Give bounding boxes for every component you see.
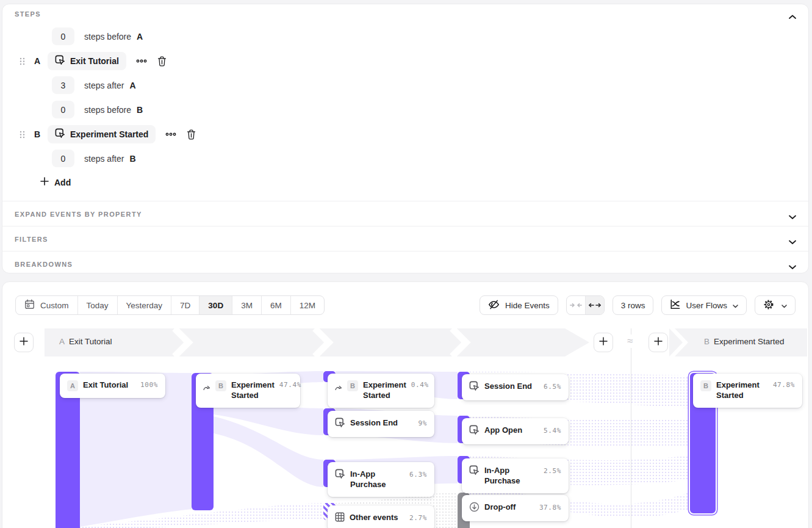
add-column-right-button[interactable] [649,333,668,352]
grid-icon [335,512,345,524]
plus-icon [40,177,49,187]
node-label: Session End [484,381,532,392]
steps-section-title: STEPS [15,10,41,18]
breakdowns-section[interactable]: BREAKDOWNS [2,251,808,274]
flow-node-app-open[interactable]: App Open 5.4% [462,418,569,444]
step-a-event-button[interactable]: Exit Tutorial [48,52,126,70]
flow-node-drop-off[interactable]: Drop-off 37.8% [462,495,569,521]
step-b-row: B Experiment Started [20,125,196,143]
node-label: Experiment Started [716,380,764,401]
step-a-more-options-icon[interactable] [136,59,147,63]
column-event-name: Experiment Started [714,337,785,346]
user-flows-page: STEPS 0 steps before A A Exit Tutorial 3… [0,0,812,528]
steps-before-b-row: 0 steps before B [52,101,143,118]
add-step-button[interactable]: Add [40,177,71,187]
add-column-left-button[interactable] [14,333,34,352]
steps-before-a-input[interactable]: 0 [52,27,74,45]
step-b-delete-icon[interactable] [187,129,196,140]
node-percent: 37.8% [539,502,561,512]
drag-handle-icon[interactable] [20,131,25,139]
steps-before-b-input[interactable]: 0 [52,101,74,118]
step-a-letter: A [34,56,42,66]
flow-node-experiment-started-1[interactable]: B Experiment Started 47.4% [196,374,300,408]
node-percent: 9% [419,418,427,427]
steps-after-b-input[interactable]: 0 [52,150,74,167]
flow-node-session-end-2[interactable]: Session End 6.5% [462,374,569,400]
plus-icon [599,337,608,348]
node-label: In-App Purchase [350,469,404,490]
flow-node-in-app-purchase-1[interactable]: In-App Purchase 6.3% [328,462,434,497]
filters-section[interactable]: FILTERS [2,226,808,251]
node-label: Exit Tutorial [83,380,128,391]
step-a-delete-icon[interactable] [157,56,167,67]
steps-before-a-row: 0 steps before A [52,27,143,45]
plus-icon [654,337,663,348]
steps-before-label: steps before [84,32,131,42]
step-b-event-label: Experiment Started [70,129,148,139]
step-letter: A [137,32,143,42]
step-b-letter: B [34,129,42,139]
chevron-down-icon [789,261,796,272]
node-label: Drop-off [484,502,516,513]
node-percent: 100% [140,380,158,389]
flow-node-experiment-started-final[interactable]: B Experiment Started 47.8% [693,374,802,408]
node-percent: 2.7% [409,512,427,522]
chevron-up-icon [789,11,796,21]
node-label: Experiment Started [363,380,406,401]
node-percent: 6.5% [544,381,561,391]
column-letter: A [59,337,65,346]
plus-icon [20,337,28,348]
column-b-header-label: B Experiment Started [704,337,785,346]
steps-after-b-row: 0 steps after B [52,150,136,167]
filters-label: FILTERS [15,236,48,243]
event-click-icon [469,381,480,394]
chevron-down-icon [789,236,796,247]
event-click-icon [335,418,345,430]
event-click-icon [55,55,65,67]
step-badge: B [215,380,226,391]
node-percent: 0.4% [411,380,429,389]
step-a-event-label: Exit Tutorial [70,56,119,66]
step-a-row: A Exit Tutorial [20,52,167,70]
expand-events-by-property-section[interactable]: EXPAND EVENTS BY PROPERTY [2,201,808,226]
step-letter: B [129,154,135,164]
flow-node-session-end-1[interactable]: Session End 9% [328,411,434,437]
node-percent: 47.8% [773,380,795,389]
collapse-steps-button[interactable] [789,11,796,22]
step-badge: B [700,380,711,391]
node-percent: 47.4% [279,380,301,389]
steps-after-label: steps after [84,154,124,164]
steps-after-a-input[interactable]: 3 [52,76,74,94]
breakdowns-label: BREAKDOWNS [15,261,73,268]
step-b-more-options-icon[interactable] [165,132,176,136]
event-click-icon [55,128,65,140]
flow-node-in-app-purchase-2[interactable]: In-App Purchase 2.5% [462,458,569,493]
node-label: Experiment Started [231,380,275,401]
step-badge: B [347,380,358,391]
node-label: Session End [350,418,398,429]
node-percent: 2.5% [544,465,561,475]
flow-node-experiment-started-2[interactable]: B Experiment Started 0.4% [328,374,434,408]
node-label: In-App Purchase [484,465,539,486]
event-click-icon [335,469,345,482]
steps-after-label: steps after [84,81,124,90]
flow-node-other-events[interactable]: Other events 2.7% [328,505,434,528]
event-click-icon [469,425,480,438]
column-event-name: Exit Tutorial [69,337,112,346]
node-percent: 6.3% [409,469,427,479]
step-b-event-button[interactable]: Experiment Started [48,125,156,143]
expand-events-label: EXPAND EVENTS BY PROPERTY [15,211,142,218]
event-click-icon [469,465,480,478]
drop-off-icon [469,502,480,515]
drag-handle-icon[interactable] [20,57,25,65]
jump-arrow-icon [203,380,210,393]
step-badge: A [67,380,78,391]
add-column-middle-button[interactable] [594,333,613,352]
chevron-down-icon [789,211,796,222]
node-label: App Open [484,425,522,436]
column-a-header-band [45,328,591,356]
step-letter: B [137,105,143,115]
steps-before-label: steps before [84,105,131,115]
flow-node-exit-tutorial[interactable]: A Exit Tutorial 100% [60,374,165,398]
jump-arrow-icon [335,380,342,393]
